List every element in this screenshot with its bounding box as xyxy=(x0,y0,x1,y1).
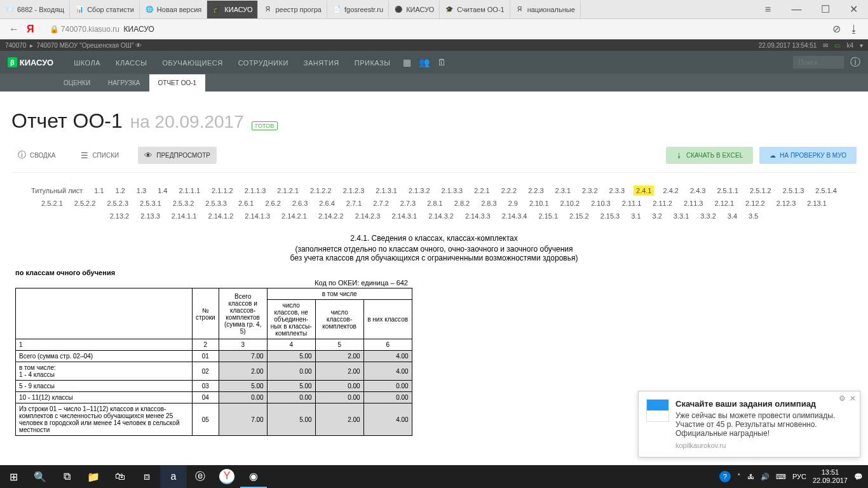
section-tab[interactable]: 2.1.2.1 xyxy=(275,186,301,196)
tray-keyboard-icon[interactable]: ⌨ xyxy=(776,473,786,481)
task-view-icon[interactable]: ⧉ xyxy=(53,465,80,488)
section-tab[interactable]: 2.14.3.1 xyxy=(389,211,419,221)
tray-help-icon[interactable]: ? xyxy=(719,471,731,482)
close-button[interactable]: ✕ xyxy=(839,1,868,18)
mail-icon[interactable]: ✉ xyxy=(823,42,828,49)
browser-tab[interactable]: 📄fgosreestr.ru xyxy=(327,1,389,18)
section-tab[interactable]: 1.3 xyxy=(134,186,149,196)
section-tab[interactable]: 2.1.2.3 xyxy=(341,186,367,196)
section-tab[interactable]: 3.2 xyxy=(650,211,665,221)
tray-network-icon[interactable]: 🖧 xyxy=(747,473,754,480)
section-tab[interactable]: 2.15.1 xyxy=(536,211,560,221)
section-tab[interactable]: 2.3.2 xyxy=(580,186,600,196)
browser-tab[interactable]: 📨6882 - Входящ xyxy=(0,1,70,18)
section-tab[interactable]: 2.2.3 xyxy=(526,186,546,196)
section-tab[interactable]: 2.10.2 xyxy=(558,198,583,208)
section-tab[interactable]: 2.13.2 xyxy=(107,211,132,221)
tray-clock[interactable]: 13:51 22.09.2017 xyxy=(813,468,848,485)
section-tab[interactable]: 2.15.3 xyxy=(598,211,623,221)
browser-tab[interactable]: Янациональные xyxy=(510,1,581,18)
section-tab[interactable]: 2.8.1 xyxy=(424,198,445,208)
app-logo[interactable]: КИАСУО xyxy=(20,58,53,67)
protect-icon[interactable]: ⊘ xyxy=(827,20,845,38)
menu-icon[interactable]: ≡ xyxy=(754,1,782,18)
section-tab[interactable]: 2.14.2.2 xyxy=(316,211,346,221)
nav-item[interactable]: ЗАНЯТИЯ xyxy=(296,59,347,67)
section-tab[interactable]: Титульный лист xyxy=(29,186,85,196)
section-tab[interactable]: 2.5.1.3 xyxy=(780,186,807,196)
section-tab[interactable]: 2.7.1 xyxy=(344,198,364,208)
downloads-icon[interactable]: ⭳ xyxy=(845,20,863,38)
section-tab[interactable]: 2.4.3 xyxy=(688,186,708,196)
section-tab[interactable]: 2.1.2.2 xyxy=(308,186,334,196)
section-tab[interactable]: 2.1.3.1 xyxy=(373,186,400,196)
section-tab[interactable]: 2.2.1 xyxy=(471,186,492,196)
browser-tab[interactable]: ⚫КИАСУО xyxy=(389,1,440,18)
maximize-button[interactable]: ☐ xyxy=(811,1,839,18)
section-tab[interactable]: 2.7.2 xyxy=(370,198,391,208)
section-tab[interactable]: 2.6.2 xyxy=(262,198,283,208)
section-tab[interactable]: 2.14.3.2 xyxy=(426,211,456,221)
user-menu-icon[interactable]: ▾ xyxy=(860,42,863,49)
tray-up-icon[interactable]: ˄ xyxy=(737,473,741,481)
section-tab[interactable]: 1.1 xyxy=(92,186,106,196)
section-tab[interactable]: 2.6.4 xyxy=(316,198,337,208)
section-tab[interactable]: 2.13.3 xyxy=(138,211,163,221)
yandex-browser-icon[interactable]: Y xyxy=(219,469,234,484)
nav-item[interactable]: ОБУЧАЮЩИЕСЯ xyxy=(154,59,230,67)
section-tab[interactable]: 2.14.3.3 xyxy=(463,211,493,221)
amazon-icon[interactable]: a xyxy=(160,465,187,488)
section-tab[interactable]: 2.11.3 xyxy=(681,198,706,208)
section-tab[interactable]: 2.1.1.2 xyxy=(209,186,236,196)
notification-settings-icon[interactable]: ⚙ xyxy=(839,394,846,403)
section-tab[interactable]: 2.9 xyxy=(506,198,520,208)
nav-item[interactable]: КЛАССЫ xyxy=(108,59,154,67)
section-tab[interactable]: 2.1.1.1 xyxy=(176,186,203,196)
section-tab[interactable]: 2.1.3.2 xyxy=(406,186,433,196)
store-icon[interactable]: 🛍 xyxy=(107,465,133,488)
window-icon[interactable]: ▭ xyxy=(834,42,840,49)
section-tab[interactable]: 2.14.1.1 xyxy=(169,211,200,221)
section-tab[interactable]: 2.4.2 xyxy=(660,186,681,196)
section-tab[interactable]: 2.1.3.3 xyxy=(439,186,466,196)
back-button[interactable]: ← xyxy=(5,20,23,38)
section-tab[interactable]: 2.12.1 xyxy=(712,198,737,208)
section-tab[interactable]: 2.12.2 xyxy=(743,198,768,208)
section-tab[interactable]: 2.5.3.2 xyxy=(170,198,197,208)
section-tab[interactable]: 3.3.1 xyxy=(671,211,691,221)
section-tab[interactable]: 2.5.1.1 xyxy=(714,186,741,196)
section-tab[interactable]: 2.3.1 xyxy=(553,186,573,196)
ie-icon[interactable]: ⓔ xyxy=(187,465,214,488)
grid-icon[interactable]: ▦ xyxy=(403,57,411,67)
section-tab[interactable]: 2.10.3 xyxy=(588,198,613,208)
browser-tab[interactable]: 🎓КИАСУО xyxy=(207,1,258,18)
tray-notifications-icon[interactable]: 💬 xyxy=(854,473,863,481)
section-tab[interactable]: 2.11.1 xyxy=(620,198,644,208)
nav-item[interactable]: СОТРУДНИКИ xyxy=(231,59,296,67)
section-tab[interactable]: 2.5.3.3 xyxy=(203,198,229,208)
section-tab[interactable]: 2.4.1 xyxy=(634,186,654,196)
section-tab[interactable]: 3.3.2 xyxy=(698,211,718,221)
section-tab[interactable]: 2.5.2.2 xyxy=(72,198,98,208)
address-bar[interactable]: 🔒 740070.kiasuo.ru КИАСУО xyxy=(43,22,823,37)
people-icon[interactable]: 👥 xyxy=(419,57,430,67)
search-input[interactable] xyxy=(793,56,844,69)
help-icon[interactable]: ⓘ xyxy=(850,56,860,69)
section-tab[interactable]: 2.1.1.3 xyxy=(242,186,269,196)
section-tab[interactable]: 2.12.3 xyxy=(774,198,799,208)
section-tab[interactable]: 3.1 xyxy=(628,211,643,221)
section-tab[interactable]: 2.3.3 xyxy=(607,186,627,196)
section-tab[interactable]: 1.2 xyxy=(113,186,128,196)
browser-tab[interactable]: 📊Сбор статисти xyxy=(70,1,140,18)
section-tab[interactable]: 2.6.3 xyxy=(290,198,310,208)
section-tab[interactable]: 2.10.1 xyxy=(527,198,552,208)
section-tab[interactable]: 2.14.3.4 xyxy=(499,211,530,221)
calendar-icon[interactable]: 🗓 xyxy=(437,57,446,67)
browser-tab[interactable]: Яреестр програ xyxy=(258,1,327,18)
browser-tab[interactable]: 🎓Считаем ОО-1 xyxy=(440,1,510,18)
summary-button[interactable]: ⓘ СВОДКА xyxy=(11,146,62,165)
user-label[interactable]: k4 xyxy=(846,42,853,49)
yandex-logo-icon[interactable]: Я xyxy=(27,24,34,35)
section-tab[interactable]: 1.4 xyxy=(155,186,170,196)
section-tab[interactable]: 2.14.1.2 xyxy=(206,211,236,221)
